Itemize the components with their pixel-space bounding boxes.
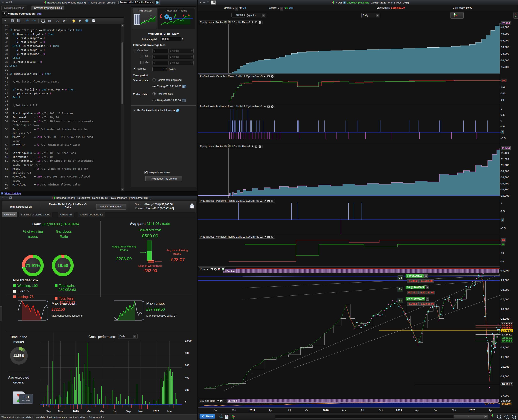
max-fee-checkbox[interactable] [140, 61, 143, 64]
chart-scrollbar-thumb[interactable]: ≡ [454, 415, 484, 418]
probacktest-run-button[interactable]: ProBacktest my system [145, 176, 182, 181]
max-icon[interactable] [267, 236, 270, 238]
price-axis-column[interactable]: 47,90445,00040,00035,00030,00025,00020,0… [500, 20, 518, 407]
code-editor[interactable]: 2829If HeuristicsCycle >= HeuristicsCycl… [2, 24, 121, 191]
tab-creation-by-programming[interactable]: Creation by programming [31, 6, 64, 10]
position-label[interactable]: 10 @ 29,469.5 [405, 286, 425, 289]
close-icon[interactable] [271, 105, 274, 108]
max-icon[interactable] [267, 75, 270, 78]
side-panel-handle[interactable] [0, 306, 2, 321]
minimize-icon[interactable]: ─ [6, 195, 8, 200]
minimize-icon[interactable]: ─ [6, 0, 8, 5]
info-icon[interactable] [343, 1, 346, 4]
share-button[interactable]: Share [200, 414, 215, 419]
spread-checkbox[interactable] [133, 67, 136, 70]
chart-panel-equity-v3[interactable]: Equity curve: Renko 1M ML2 CycLimRes v3 [198, 20, 500, 74]
min-fee-checkbox[interactable] [141, 55, 144, 58]
close-position-icon[interactable]: ✕ [280, 7, 283, 10]
max-icon[interactable] [220, 400, 223, 402]
scroll-right-icon[interactable]: ▶ [484, 415, 488, 418]
print-report-icon[interactable] [190, 205, 194, 208]
tab-probacktest[interactable]: ProBacktest [133, 8, 157, 29]
initial-capital-input[interactable]: 10000 [161, 37, 181, 41]
max-icon[interactable] [255, 145, 258, 148]
wrench-icon[interactable] [207, 268, 209, 271]
keep-window-checkbox[interactable] [144, 171, 148, 174]
close-icon[interactable] [259, 21, 261, 24]
timeframe-select[interactable]: Daily▼ [361, 13, 380, 18]
order-fee-input[interactable]: 0 [152, 49, 168, 53]
editor-scrollbar[interactable]: ▲ ▼ [121, 24, 124, 191]
close-position-icon[interactable]: ✕ [426, 286, 429, 289]
chart-panel-vars-v3[interactable]: ProBacktest - Variables: Renko 1M ML2 Cy… [198, 74, 500, 104]
chart-panel-price[interactable]: Price [198, 267, 500, 398]
min-fee-unit-select[interactable]: £ / order▽ [169, 55, 194, 59]
max-fee-unit-select[interactable]: £ / order▽ [169, 61, 194, 65]
tab-statistics[interactable]: Statistics of closed trades [19, 212, 52, 217]
wrench-icon[interactable] [263, 75, 266, 78]
calendar-icon[interactable] [182, 99, 186, 102]
keyboard-icon[interactable] [211, 0, 216, 5]
close-icon[interactable] [224, 400, 226, 402]
order-fee-checkbox[interactable] [133, 49, 136, 52]
close-icon[interactable] [271, 75, 274, 78]
chart-panel-positions-v2[interactable]: ProBacktest - Positions: Renko 1M ML2 Cy… [198, 198, 500, 234]
tab-closed-positions[interactable]: Closed positions list [78, 212, 105, 217]
wrench-icon[interactable] [251, 21, 254, 24]
video-training-link[interactable]: Video training [5, 192, 21, 195]
undo-icon[interactable]: ↶ [25, 18, 30, 23]
buy-hold-strip[interactable]: 1@25,400.0 [223, 399, 499, 403]
wrench-icon[interactable] [251, 145, 254, 148]
gross-performance-chart[interactable] [40, 339, 184, 409]
position-label[interactable]: 1 @ 29,489.6 [405, 274, 424, 278]
redo-icon[interactable]: ↷ [32, 18, 36, 23]
search-icon[interactable] [41, 18, 45, 23]
restore-icon[interactable]: ❐ [9, 195, 12, 200]
calendar-icon[interactable] [182, 85, 186, 88]
side-tools-button[interactable]: ↷↶ [513, 12, 518, 19]
scroll-up-icon[interactable]: ▲ [121, 24, 124, 27]
add-optimization-link[interactable]: add [37, 12, 41, 15]
spread-stepper[interactable]: 6▲▼ [152, 67, 167, 71]
comment-icon[interactable]: // [47, 18, 52, 23]
system-selector[interactable]: Renko 1M ML2 CycLimRes v3 [118, 1, 154, 4]
cancel-orders-icon[interactable]: ✕ [235, 7, 238, 10]
close-position-icon[interactable]: ✕ [424, 274, 428, 278]
copy-icon[interactable] [10, 18, 14, 23]
position-gear-button[interactable]: ⚙⚙ [398, 275, 403, 280]
orders-settings-icon[interactable]: ⚙⚙ [242, 6, 247, 9]
tab-orders-list[interactable]: Orders list [58, 212, 74, 217]
help-icon[interactable] [84, 18, 89, 23]
modify-probacktest-button[interactable]: Modify ProBacktest [96, 204, 127, 210]
tab-simplified-creation[interactable]: Simplified creation [1, 6, 27, 10]
close-position-icon[interactable]: ✕ [426, 297, 429, 300]
wrench-icon[interactable] [263, 236, 266, 238]
close-icon[interactable]: ✕ [2, 0, 4, 5]
starting-earliest-radio[interactable] [152, 78, 156, 82]
ending-realtime-radio[interactable] [152, 92, 156, 95]
suggestion-icon[interactable] [71, 18, 76, 23]
scrollbar-thumb[interactable] [121, 43, 123, 104]
chart-panel-equity-v2[interactable]: Equity curve: Renko 1M ML2 CycLimRes v2 [198, 144, 500, 198]
position-settings-icon[interactable]: ⚙⚙ [289, 6, 293, 9]
position-gear-button[interactable]: ⚙⚙ [398, 287, 403, 292]
max-icon[interactable] [255, 21, 258, 24]
position-gear-button[interactable]: ⚙⚙ [398, 298, 403, 303]
close-icon[interactable]: ✕ [2, 195, 4, 200]
tick-mode-checkbox[interactable] [133, 109, 136, 112]
close-icon[interactable] [271, 236, 274, 238]
zoom-out-icon[interactable]: − [504, 415, 508, 419]
close-icon[interactable] [214, 268, 217, 271]
units-select[interactable]: (x) units▼ [246, 13, 266, 18]
function-library-icon[interactable]: fx [78, 18, 83, 23]
quantity-stepper[interactable]: 10000▲▼ [232, 13, 246, 17]
print-icon[interactable] [91, 18, 96, 23]
add-indicator-button[interactable]: ▼ [450, 12, 464, 19]
starting-date-radio[interactable] [152, 85, 156, 88]
zoom-in-icon[interactable]: + [512, 415, 516, 419]
link-windows-icon[interactable]: ⚓ [219, 414, 223, 419]
cut-icon[interactable]: ✂ [3, 18, 8, 23]
max-icon[interactable] [267, 105, 270, 108]
help-button[interactable]: ? [155, 0, 160, 5]
max-fee-input[interactable]: 0 [152, 61, 168, 65]
